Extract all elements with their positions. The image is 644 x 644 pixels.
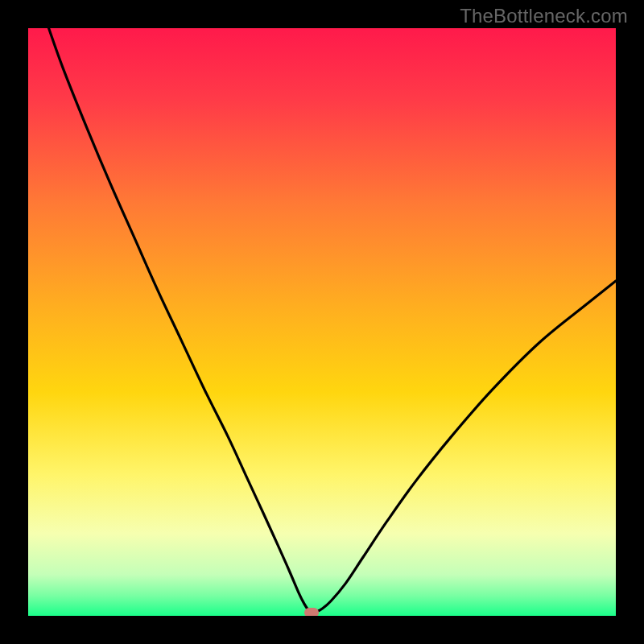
plot-area — [28, 28, 616, 616]
optimal-point-marker — [304, 608, 319, 616]
gradient-background — [28, 28, 616, 616]
chart-svg — [28, 28, 616, 616]
chart-frame: TheBottleneck.com — [0, 0, 644, 644]
watermark-text: TheBottleneck.com — [460, 5, 628, 27]
